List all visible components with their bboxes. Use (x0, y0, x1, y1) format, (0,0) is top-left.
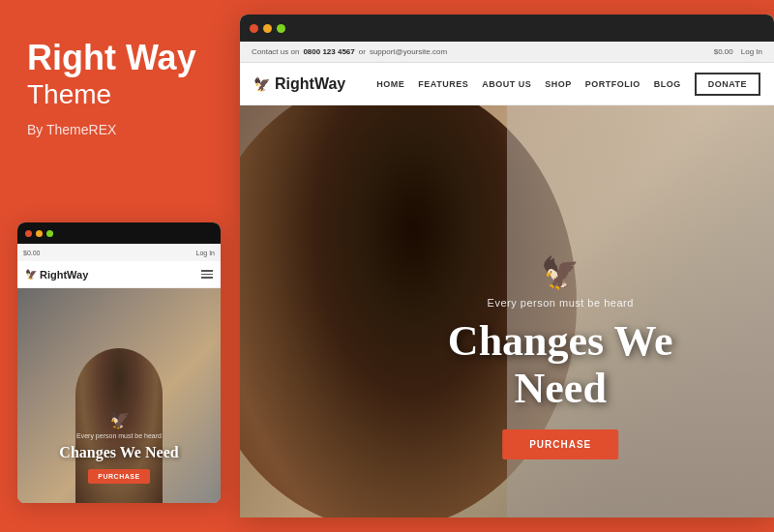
logo-bird-icon: 🦅 (253, 76, 270, 92)
desktop-logo: 🦅 RightWay (253, 75, 345, 93)
nav-blog[interactable]: BLOG (654, 79, 681, 89)
mobile-logo: 🦅 RightWay (25, 269, 88, 281)
mobile-top-bar (17, 222, 221, 244)
info-right: $0.00 Log In (714, 47, 762, 56)
nav-home[interactable]: HOME (376, 79, 404, 89)
contact-phone: 0800 123 4567 (303, 47, 354, 56)
nav-portfolio[interactable]: PORTFOLIO (585, 79, 640, 89)
mobile-dot-green (46, 230, 53, 237)
mobile-dot-yellow (36, 230, 43, 237)
mobile-mockup: $0.00 Log In 🦅 RightWay 🦅 Every person m… (17, 222, 221, 503)
desktop-dot-yellow (263, 24, 272, 33)
mobile-logo-bird-icon: 🦅 (25, 269, 37, 280)
desktop-nav: 🦅 RightWay HOME FEATURES ABOUT US SHOP P… (240, 63, 774, 105)
ham-line-1 (201, 270, 213, 272)
mobile-hero: 🦅 Every person must be heard Changes We … (17, 288, 221, 503)
hero-bird-icon: 🦅 (427, 254, 694, 291)
hero-purchase-button[interactable]: PURCHASE (502, 429, 618, 459)
nav-shop[interactable]: SHOP (545, 79, 572, 89)
mobile-login[interactable]: Log In (196, 250, 215, 256)
info-amount: $0.00 (714, 47, 733, 56)
left-panel: Right Way Theme By ThemeREX $0.00 Log In… (0, 0, 240, 532)
hero-heading: Changes We Need (427, 318, 694, 412)
theme-title: Right Way Theme (27, 39, 213, 110)
mobile-hero-heading: Changes We Need (17, 443, 221, 461)
contact-prefix: Contact us on (252, 47, 299, 56)
desktop-info-bar: Contact us on 0800 123 4567 or support@y… (240, 42, 774, 63)
hero-overlay: 🦅 Every person must be heard Changes We … (427, 254, 694, 459)
logo-text: RightWay (275, 75, 345, 93)
info-contact: Contact us on 0800 123 4567 or support@y… (252, 47, 447, 56)
mobile-address-bar: $0.00 Log In (17, 244, 221, 261)
title-theme: Theme (27, 79, 213, 110)
donate-button[interactable]: DONATE (695, 73, 760, 96)
mobile-hero-bird-icon: 🦅 (17, 409, 221, 430)
desktop-dot-green (277, 24, 285, 33)
mobile-nav: 🦅 RightWay (17, 261, 221, 288)
mobile-tagline: Every person must be heard (17, 432, 221, 439)
desktop-mockup: Contact us on 0800 123 4567 or support@y… (240, 15, 774, 517)
info-login[interactable]: Log In (741, 47, 762, 56)
mobile-hamburger-icon[interactable] (201, 270, 213, 279)
ham-line-3 (201, 277, 213, 279)
desktop-nav-links: HOME FEATURES ABOUT US SHOP PORTFOLIO BL… (376, 73, 760, 96)
desktop-top-bar (240, 15, 774, 42)
mobile-purchase-button[interactable]: PURCHASE (88, 469, 149, 484)
hero-tagline: Every person must be heard (427, 297, 694, 309)
title-right-way: Right Way (27, 39, 213, 77)
by-themerex: By ThemeREX (27, 122, 213, 137)
ham-line-2 (201, 274, 213, 276)
mobile-hero-overlay: 🦅 Every person must be heard Changes We … (17, 409, 221, 484)
contact-email: support@yoursite.com (370, 47, 447, 56)
contact-or: or (359, 47, 366, 56)
mobile-dot-red (25, 230, 32, 237)
desktop-hero: 🦅 Every person must be heard Changes We … (240, 105, 774, 517)
nav-about-us[interactable]: ABOUT US (482, 79, 531, 89)
desktop-dot-red (250, 24, 258, 33)
nav-features[interactable]: FEATURES (418, 79, 468, 89)
mobile-amount: $0.00 (23, 250, 41, 256)
